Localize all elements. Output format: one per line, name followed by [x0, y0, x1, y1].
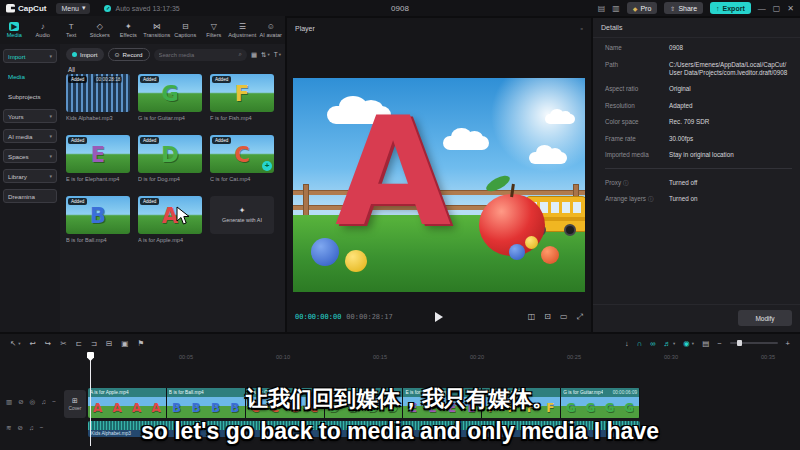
modify-button[interactable]: Modify — [738, 310, 792, 326]
tab-text[interactable]: T Text — [57, 16, 86, 44]
speaker-icon: ♬ — [664, 339, 672, 348]
yellow-ball — [525, 236, 538, 249]
current-time: 00:00:00:00 — [295, 313, 341, 321]
search-icon: ⌕ — [239, 51, 242, 58]
details-footer: Modify — [593, 304, 800, 332]
video-preview[interactable]: A — [293, 78, 585, 292]
added-badge: Added — [68, 198, 87, 205]
tab-transitions[interactable]: ⋈ Transitions — [143, 16, 172, 44]
sidebar-item-dreamina[interactable]: Dreamina — [3, 189, 57, 203]
timeline-ruler[interactable]: 00:05 00:10 00:15 00:20 00:25 00:30 00:3… — [0, 352, 800, 365]
media-item-g[interactable]: Added G G is for Guitar.mp4 — [138, 74, 202, 121]
fullscreen-icon[interactable]: ⤢ — [577, 312, 583, 322]
fit-frame-icon[interactable]: ⊡ — [544, 312, 551, 322]
tab-filters[interactable]: ▽ Filters — [200, 16, 229, 44]
video-thumbnail[interactable]: Added C + — [210, 135, 274, 173]
undo-button[interactable]: ↩ — [30, 339, 36, 348]
sidebar-item-media[interactable]: Media — [3, 69, 57, 83]
voiceover-button[interactable]: ↓ — [625, 339, 629, 348]
delete-right-button[interactable]: ⊐ — [91, 339, 97, 348]
details-title: Details — [593, 18, 800, 38]
video-thumbnail[interactable]: Added A — [138, 196, 202, 234]
delete-left-button[interactable]: ⊏ — [75, 339, 81, 348]
share-button[interactable]: ⇧ Share — [664, 2, 703, 14]
tab-effects[interactable]: ✦ Effects — [114, 16, 143, 44]
compare-icon[interactable]: ◫ — [528, 312, 536, 322]
slider-knob[interactable] — [737, 340, 742, 346]
tab-stickers[interactable]: ◇ Stickers — [86, 16, 115, 44]
media-item-d[interactable]: Added D D is for Dog.mp4 — [138, 135, 202, 182]
sidebar-item-subprojects[interactable]: Subprojects — [3, 89, 57, 103]
render-preview-button[interactable]: ▤ — [702, 339, 709, 348]
redo-button[interactable]: ↪ — [45, 339, 51, 348]
blue-ball — [311, 238, 339, 266]
minimize-button[interactable]: — — [758, 4, 766, 13]
audio-waveform-thumbnail[interactable]: Added 00:00:28:18 — [66, 74, 130, 112]
mask-button[interactable]: ▣ — [121, 339, 128, 348]
sort-button[interactable]: ⇅ ▾ — [261, 51, 270, 59]
video-thumbnail[interactable]: Added B — [66, 196, 130, 234]
sidebar-item-spaces[interactable]: Spaces ▾ — [3, 149, 57, 163]
maximize-button[interactable]: ▢ — [773, 4, 781, 13]
cloud — [545, 114, 575, 124]
media-sidebar: Import ▾ Media Subprojects Yours ▾ AI me… — [0, 44, 60, 332]
detail-row-imported-media: Imported media Stay in original location — [605, 151, 792, 159]
timeline-zoom-slider[interactable] — [730, 342, 778, 344]
media-item-a[interactable]: Added A A is for Apple.mp4 — [138, 196, 202, 243]
media-item-audio[interactable]: Added 00:00:28:18 Kids Alphabet.mp3 — [66, 74, 130, 121]
subtitle-chinese: 让我们回到媒体，我只有媒体。 — [0, 384, 800, 414]
added-badge: Added — [68, 137, 87, 144]
sidebar-item-yours[interactable]: Yours ▾ — [3, 109, 57, 123]
search-input[interactable] — [159, 52, 236, 58]
added-badge: Added — [212, 137, 231, 144]
video-thumbnail[interactable]: Added D — [138, 135, 202, 173]
play-button[interactable] — [435, 312, 443, 322]
sidebar-item-library[interactable]: Library ▾ — [3, 169, 57, 183]
sidebar-item-import[interactable]: Import ▾ — [3, 49, 57, 63]
layout-panels-icon[interactable]: ▥ — [612, 4, 620, 13]
panel-options-icon[interactable]: ▫ — [581, 25, 583, 32]
video-thumbnail[interactable]: Added F — [210, 74, 274, 112]
menu-button[interactable]: Menu ▾ — [56, 3, 90, 14]
select-tool-button[interactable]: ↖ ▾ — [10, 339, 21, 348]
generate-with-ai-tile[interactable]: ✦ Generate with AI — [210, 196, 274, 243]
app-name: CapCut — [18, 4, 46, 13]
export-button[interactable]: ↑ Export — [710, 2, 751, 14]
main-track-magnet-button[interactable]: ∩ — [637, 339, 642, 348]
tab-audio[interactable]: ♪ Audio — [29, 16, 58, 44]
search-box[interactable]: ⌕ — [154, 49, 247, 61]
cloud — [529, 152, 567, 164]
media-item-e[interactable]: Added E E is for Elephant.mp4 — [66, 135, 130, 182]
audio-toggle-button[interactable]: ♬ ▾ — [664, 339, 676, 348]
tab-captions[interactable]: ⊟ Captions — [171, 16, 200, 44]
zoom-out-button[interactable]: − — [717, 339, 721, 348]
marker-button[interactable]: ⚑ — [137, 339, 144, 348]
layout-toggle-icon[interactable]: ▤ — [598, 4, 606, 13]
media-item-f[interactable]: Added F F is for Fish.mp4 — [210, 74, 274, 121]
delete-button[interactable]: ⊟ — [106, 339, 112, 348]
video-thumbnail[interactable]: Added G — [138, 74, 202, 112]
tab-ai-avatar[interactable]: ☺ AI avatar — [257, 16, 286, 44]
link-clips-button[interactable]: ∞ — [650, 339, 655, 348]
split-button[interactable]: ✂ — [60, 339, 66, 348]
add-to-timeline-button[interactable]: + — [262, 161, 272, 171]
record-button[interactable]: ⊙ Record — [108, 48, 150, 61]
pro-button[interactable]: ◆ Pro — [627, 2, 658, 14]
preview-quality-icon[interactable]: ▭ — [560, 312, 568, 322]
media-item-c[interactable]: Added C + C is for Cat.mp4 — [210, 135, 274, 182]
audio-duration: 00:00:28:18 — [94, 76, 122, 83]
video-thumbnail[interactable]: Added E — [66, 135, 130, 173]
preview-toggle-button[interactable]: ◉ ▾ — [683, 339, 694, 348]
titlebar: CapCut Menu ▾ ✓ Auto saved 13:17:35 0908… — [0, 0, 800, 16]
tab-media[interactable]: ▶ Media — [0, 16, 29, 44]
zoom-in-button[interactable]: + — [786, 339, 790, 348]
tab-adjustment[interactable]: ☰ Adjustment — [228, 16, 257, 44]
media-item-b[interactable]: Added B B is for Ball.mp4 — [66, 196, 130, 243]
grid-view-button[interactable]: ▦ — [251, 51, 257, 59]
chevron-down-icon: ▾ — [49, 153, 52, 159]
sidebar-item-ai-media[interactable]: AI media ▾ — [3, 129, 57, 143]
mouse-cursor — [176, 206, 190, 226]
close-button[interactable]: ✕ — [787, 4, 794, 13]
type-filter-button[interactable]: T ▾ — [274, 51, 281, 58]
import-button[interactable]: Import — [66, 48, 104, 61]
